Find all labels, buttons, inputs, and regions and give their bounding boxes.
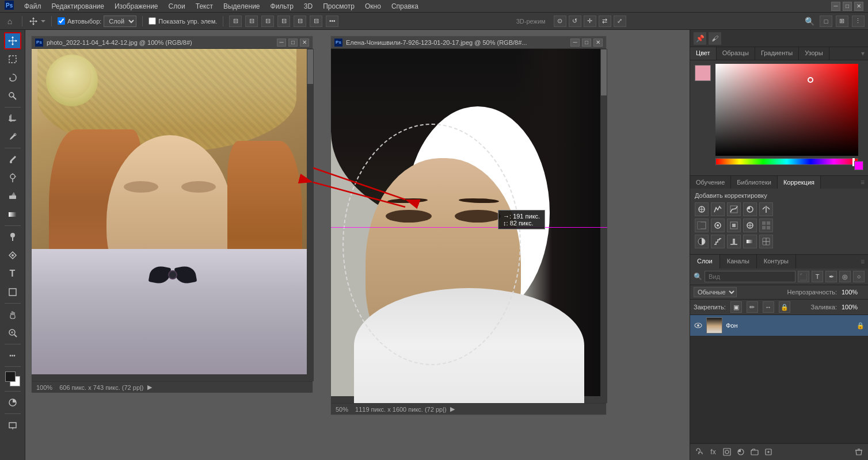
layer-visibility-toggle[interactable]	[694, 321, 703, 330]
panel-menu-btn[interactable]: ≡	[857, 176, 868, 189]
magic-wand-tool[interactable]	[4, 87, 21, 105]
color-swatches[interactable]	[3, 369, 22, 389]
menu-file[interactable]: Файл	[20, 1, 46, 12]
workspace-btn[interactable]: □	[820, 16, 832, 27]
showcontrols-checkbox[interactable]	[149, 17, 156, 25]
window-minimize-btn[interactable]: ─	[831, 2, 840, 11]
arrange-btn[interactable]: ⊞	[836, 16, 848, 27]
eyedropper-tool[interactable]	[4, 128, 21, 145]
adj-photofilter[interactable]	[711, 218, 725, 232]
delete-layer-btn[interactable]	[853, 446, 865, 458]
color-gradient-box[interactable]	[715, 64, 858, 156]
lasso-tool[interactable]	[4, 69, 21, 86]
align-left-btn[interactable]: ⊟	[229, 16, 242, 27]
pen-tool[interactable]	[4, 247, 21, 264]
tab-libraries[interactable]: Библиотеки	[731, 176, 778, 189]
rectangular-marquee-tool[interactable]	[4, 51, 21, 68]
tab-channels[interactable]: Каналы	[720, 255, 757, 269]
brush-tool[interactable]	[4, 151, 21, 168]
menu-image[interactable]: Изображение	[110, 1, 163, 12]
align-more-btn[interactable]: •••	[326, 16, 338, 27]
color-picker[interactable]	[690, 60, 868, 175]
adj-invert[interactable]	[695, 235, 709, 248]
3d-pan-btn[interactable]: ✛	[584, 16, 596, 27]
menu-filter[interactable]: Фильтр	[266, 1, 298, 12]
lock-all-btn[interactable]: 🔒	[779, 301, 790, 313]
doc1-scrollbar-v[interactable]	[307, 49, 314, 381]
tab-gradients[interactable]: Градиенты	[755, 47, 799, 60]
doc1-close[interactable]: ✕	[300, 39, 309, 47]
doc2-content[interactable]: →: 191 пикс. ↕: 82 пикс.	[331, 49, 607, 403]
window-close-btn[interactable]: ✕	[854, 2, 863, 11]
align-bottom-btn[interactable]: ⊟	[310, 16, 322, 27]
align-right-btn[interactable]: ⊟	[261, 16, 274, 27]
adj-exposure[interactable]	[743, 202, 757, 216]
move-tool[interactable]	[4, 32, 21, 49]
doc1-scrollbar-h[interactable]	[32, 374, 307, 381]
menu-help[interactable]: Справка	[387, 1, 423, 12]
align-top-btn[interactable]: ⊟	[277, 16, 290, 27]
text-tool[interactable]: T	[4, 265, 21, 282]
filter-icon2[interactable]: T	[812, 271, 823, 282]
tab-color[interactable]: Цвет	[690, 47, 717, 60]
menu-window[interactable]: Окно	[360, 1, 386, 12]
blend-mode-select[interactable]: Обычные	[694, 287, 737, 297]
lock-pixels-btn[interactable]: ▣	[730, 301, 742, 313]
panel-pin-icon[interactable]: 📌	[694, 32, 706, 45]
hue-slider[interactable]	[715, 158, 858, 165]
tab-samples[interactable]: Образцы	[717, 47, 755, 60]
autoselect-checkbox[interactable]	[58, 17, 65, 25]
menu-edit[interactable]: Редактирование	[47, 1, 109, 12]
menu-layers[interactable]: Слои	[164, 1, 190, 12]
align-middle-btn[interactable]: ⊟	[294, 16, 306, 27]
new-group-btn[interactable]	[749, 446, 760, 458]
adj-colorbalance[interactable]	[695, 218, 709, 232]
doc2-minimize[interactable]: ─	[570, 39, 580, 47]
3d-orbit-btn[interactable]: ⊙	[554, 16, 566, 27]
align-center-btn[interactable]: ⊟	[245, 16, 258, 27]
doc2-close[interactable]: ✕	[593, 39, 603, 47]
link-layers-btn[interactable]	[694, 446, 705, 458]
clone-stamp-tool[interactable]	[4, 169, 21, 186]
adj-curves[interactable]	[727, 202, 741, 216]
gradient-tool[interactable]	[4, 206, 21, 223]
adj-gradient-map[interactable]	[743, 235, 757, 248]
adj-brightness-contrast[interactable]	[695, 202, 709, 216]
screen-mode-btn[interactable]	[4, 416, 21, 434]
adj-colorlookup[interactable]	[743, 218, 757, 232]
tab-learning[interactable]: Обучение	[690, 176, 731, 189]
crop-tool[interactable]	[4, 110, 21, 127]
filter-icon4[interactable]: ◎	[839, 271, 851, 282]
tab-patterns[interactable]: Узоры	[799, 47, 829, 60]
current-color-swatch[interactable]	[695, 65, 711, 81]
hand-tool[interactable]	[4, 306, 21, 323]
adj-channelmixer[interactable]	[727, 218, 741, 232]
window-maximize-btn[interactable]: □	[843, 2, 852, 11]
adj-selectivecolor[interactable]	[759, 235, 773, 248]
adj-levels[interactable]	[711, 202, 725, 216]
filter-icon1[interactable]: ⬛	[798, 271, 809, 282]
new-layer-btn[interactable]	[763, 446, 774, 458]
tab-paths[interactable]: Контуры	[757, 255, 796, 269]
layer-item-fon[interactable]: Фон 🔒	[690, 315, 868, 336]
search-btn[interactable]: 🔍	[804, 15, 816, 28]
doc2-maximize[interactable]: □	[582, 39, 591, 47]
3d-scale-btn[interactable]: ⤢	[614, 16, 626, 27]
tab-correction[interactable]: Коррекция	[778, 176, 821, 189]
adj-mosaic[interactable]	[759, 218, 773, 232]
autoselect-dropdown[interactable]: Слой	[104, 16, 136, 27]
dodge-tool[interactable]	[4, 228, 21, 246]
adj-threshold[interactable]	[727, 235, 741, 248]
menu-3d[interactable]: 3D	[299, 1, 317, 12]
3d-roll-btn[interactable]: ↺	[569, 16, 581, 27]
adj-posterize[interactable]	[711, 235, 725, 248]
extra-tools[interactable]: •••	[4, 347, 21, 364]
add-mask-btn[interactable]	[721, 446, 733, 458]
add-style-btn[interactable]: fx	[707, 446, 719, 458]
doc1-scroll-thumb[interactable]	[307, 49, 313, 84]
zoom-tool[interactable]	[4, 324, 21, 342]
doc1-minimize[interactable]: ─	[277, 39, 286, 47]
layers-panel-menu[interactable]: ≡	[857, 255, 868, 269]
doc2-scroll-thumb[interactable]	[601, 49, 607, 95]
doc1-content[interactable]	[32, 49, 314, 381]
